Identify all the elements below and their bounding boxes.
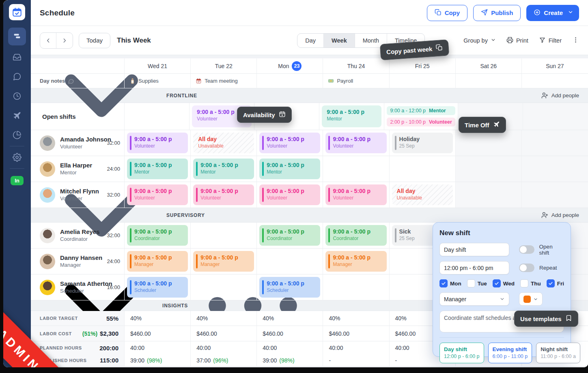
shift-card[interactable]: 9:00 a - 5:00 pCoordinator bbox=[325, 225, 386, 246]
shift-card[interactable]: 9:00 a - 5:00 pVolunteer bbox=[127, 133, 188, 153]
schedule-cell[interactable]: 9:00 a - 5:00 pManager bbox=[191, 249, 257, 274]
sidebar-item-settings[interactable] bbox=[8, 150, 26, 165]
schedule-cell[interactable] bbox=[390, 156, 456, 182]
schedule-cell[interactable] bbox=[456, 182, 522, 208]
schedule-cell[interactable] bbox=[323, 156, 389, 182]
shift-card[interactable]: 9:00 a - 5:00 pMentor bbox=[259, 159, 320, 179]
add-people-button[interactable]: Add people bbox=[541, 212, 579, 219]
schedule-cell[interactable]: 9:00 a - 5:00 pMentor bbox=[257, 156, 323, 182]
shift-time-input[interactable]: 12:00 pm - 6:00 pm bbox=[439, 261, 509, 274]
weekday-checkbox-tue[interactable]: Tue bbox=[467, 279, 487, 287]
tab-view-day[interactable]: Day bbox=[297, 34, 324, 47]
day-header-1[interactable]: Tue 22 bbox=[191, 58, 257, 74]
shift-card[interactable]: 9:00 a - 5:00 pVolunteer bbox=[259, 184, 320, 205]
add-people-button[interactable]: Add people bbox=[541, 92, 579, 99]
schedule-cell[interactable]: 9:00 a - 5:00 pMentor bbox=[125, 156, 191, 182]
schedule-cell[interactable]: 9:00 a - 5:00 pVolunteer bbox=[125, 130, 191, 156]
app-logo[interactable] bbox=[9, 4, 25, 20]
sidebar-item-time-off[interactable] bbox=[8, 108, 26, 123]
schedule-cell[interactable]: 9:00 a - 5:00 pScheduler bbox=[125, 274, 191, 300]
day-header-4[interactable]: Fri 25 bbox=[390, 58, 456, 74]
color-select[interactable] bbox=[519, 292, 543, 306]
group-by-dropdown[interactable]: Group by bbox=[463, 37, 496, 44]
template-chip-evening-shift[interactable]: Evening shift6:00 p - 11:00 p bbox=[488, 343, 532, 363]
clock-in-badge[interactable]: In bbox=[11, 176, 24, 185]
shift-card[interactable]: 9:00 a - 5:00 pCoordinator bbox=[127, 225, 188, 246]
tab-view-week[interactable]: Week bbox=[324, 34, 355, 47]
copy-button[interactable]: Copy bbox=[427, 5, 468, 21]
repeat-toggle[interactable] bbox=[519, 264, 534, 272]
publish-button[interactable]: Publish bbox=[473, 5, 521, 21]
day-note-cell[interactable]: Supplies bbox=[125, 74, 191, 88]
schedule-cell[interactable]: 9:00 a - 5:00 pScheduler bbox=[257, 274, 323, 300]
open-shift-toggle[interactable] bbox=[519, 245, 534, 254]
open-shift-card[interactable]: 9:00 a - 5:00 pMentor bbox=[322, 105, 381, 127]
schedule-cell[interactable] bbox=[456, 156, 522, 182]
shift-card[interactable]: 9:00 a - 5:00 pManager bbox=[127, 251, 188, 272]
day-header-6[interactable]: Sun 27 bbox=[522, 58, 588, 74]
template-chip-night-shift[interactable]: Night shift11:00 p - 6:00 a bbox=[536, 343, 580, 363]
weekday-checkbox-thu[interactable]: Thu bbox=[520, 279, 541, 287]
shift-card[interactable]: 9:00 a - 5:00 pMentor bbox=[193, 159, 254, 179]
day-note-cell[interactable] bbox=[522, 74, 588, 88]
weekday-checkbox-mon[interactable]: Mon bbox=[439, 279, 461, 287]
shift-card[interactable]: 9:00 a - 5:00 pVolunteer bbox=[127, 184, 188, 205]
schedule-cell[interactable]: 9:00 a - 5:00 pManager bbox=[125, 249, 191, 274]
more-menu-button[interactable] bbox=[572, 36, 579, 45]
schedule-cell[interactable] bbox=[191, 274, 257, 300]
create-button[interactable]: Create bbox=[526, 5, 579, 21]
schedule-cell[interactable]: Holiday25 Sep bbox=[390, 130, 456, 156]
day-header-5[interactable]: Sat 26 bbox=[456, 58, 522, 74]
schedule-cell[interactable]: 9:00 a - 5:00 pVolunteer bbox=[125, 182, 191, 208]
day-note-cell[interactable]: 17Team meeting bbox=[191, 74, 257, 88]
schedule-cell[interactable] bbox=[191, 223, 257, 249]
day-note-cell[interactable] bbox=[456, 74, 522, 88]
schedule-cell[interactable]: 9:00 a - 5:00 pVolunteer bbox=[257, 130, 323, 156]
shift-card[interactable]: 9:00 a - 5:00 pScheduler bbox=[127, 277, 188, 298]
schedule-cell[interactable]: 9:00 a - 5:00 pCoordinator bbox=[257, 223, 323, 249]
schedule-cell[interactable] bbox=[522, 156, 588, 182]
schedule-cell[interactable]: 9:00 a - 5:00 pVolunteer bbox=[257, 182, 323, 208]
day-note-cell[interactable]: Payroll bbox=[323, 74, 389, 88]
shift-name-input[interactable]: Day shift bbox=[439, 243, 509, 256]
unavailable-card[interactable]: All dayUnavailable bbox=[392, 184, 453, 205]
day-note-cell[interactable] bbox=[390, 74, 456, 88]
weekday-checkbox-wed[interactable]: Wed bbox=[493, 279, 515, 287]
open-shift-pill[interactable]: 2:00 p - 10:00 pVolunteer bbox=[387, 118, 455, 126]
shift-card[interactable]: 9:00 a - 5:00 pScheduler bbox=[259, 277, 320, 298]
section-header-frontline[interactable]: FRONTLINEAdd people bbox=[31, 88, 588, 103]
schedule-cell[interactable] bbox=[522, 130, 588, 156]
schedule-cell[interactable]: 9:00 a - 5:00 pMentor bbox=[319, 103, 384, 130]
unavailable-card[interactable]: All dayUnavailable bbox=[193, 133, 254, 153]
role-select[interactable]: Manager bbox=[439, 292, 509, 306]
schedule-cell[interactable]: 9:00 a - 12:00 pMentor2:00 p - 10:00 pVo… bbox=[384, 103, 458, 130]
schedule-cell[interactable] bbox=[523, 103, 588, 130]
schedule-cell[interactable]: 9:00 a - 5:00 pManager bbox=[323, 249, 389, 274]
schedule-cell[interactable]: All dayUnavailable bbox=[390, 182, 456, 208]
template-chip-day-shift[interactable]: Day shift12:00 p - 6:00 p bbox=[439, 343, 484, 363]
schedule-cell[interactable]: 9:00 a - 5:00 pCoordinator bbox=[323, 223, 389, 249]
sidebar-item-reports[interactable] bbox=[8, 127, 26, 143]
shift-card[interactable]: 9:00 a - 5:00 pVolunteer bbox=[193, 184, 254, 205]
day-header-2[interactable]: Mon23 bbox=[257, 58, 323, 74]
shift-card[interactable]: 9:00 a - 5:00 pCoordinator bbox=[259, 225, 320, 246]
schedule-cell[interactable]: 9:00 a - 5:00 pVolunteer bbox=[191, 182, 257, 208]
section-header-supervisory[interactable]: SUPERVISORYAdd people bbox=[31, 208, 588, 223]
shift-card[interactable]: 9:00 a - 5:00 pManager bbox=[325, 251, 386, 272]
shift-card[interactable]: 9:00 a - 5:00 pVolunteer bbox=[325, 133, 386, 153]
sidebar-item-schedule[interactable] bbox=[8, 28, 26, 45]
schedule-cell[interactable] bbox=[257, 249, 323, 274]
schedule-cell[interactable]: 9:00 a - 5:00 pMentor bbox=[191, 156, 257, 182]
schedule-cell[interactable] bbox=[125, 103, 190, 130]
sidebar-item-inbox[interactable] bbox=[8, 49, 26, 65]
print-button[interactable]: Print bbox=[506, 36, 528, 45]
weekday-checkbox-fri[interactable]: Fri bbox=[547, 279, 564, 287]
schedule-cell[interactable] bbox=[456, 130, 522, 156]
sidebar-item-chat[interactable] bbox=[8, 69, 26, 84]
shift-card[interactable]: 9:00 a - 5:00 pVolunteer bbox=[325, 184, 386, 205]
schedule-cell[interactable]: All dayUnavailable bbox=[191, 130, 257, 156]
schedule-cell[interactable]: 9:00 a - 5:00 pVolunteer bbox=[323, 182, 389, 208]
day-note-cell[interactable] bbox=[257, 74, 323, 88]
sidebar-item-time-clock[interactable] bbox=[8, 88, 26, 104]
open-shift-pill[interactable]: 9:00 a - 12:00 pMentor bbox=[387, 106, 455, 115]
